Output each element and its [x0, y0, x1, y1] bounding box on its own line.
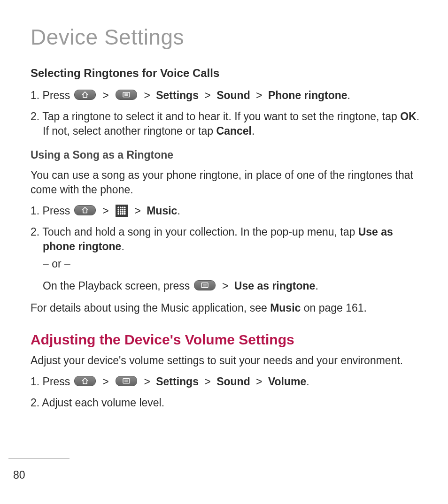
text: 1. Press — [31, 89, 73, 101]
nav-settings: Settings — [156, 375, 199, 388]
page-number: 80 — [13, 469, 25, 481]
label-use-as-ringtone: Use as ringtone — [234, 280, 316, 292]
text: 1. Press — [31, 375, 73, 388]
separator: > — [102, 375, 108, 388]
separator: > — [222, 280, 228, 292]
nav-music: Music — [147, 205, 177, 217]
text: . — [121, 240, 124, 252]
text: . — [348, 89, 350, 101]
text: 2. Tap a ringtone to select it and to he… — [31, 110, 400, 122]
text: 2. Touch and hold a song in your collect… — [31, 226, 358, 238]
section-title-ringtones: Selecting Ringtones for Voice Calls — [31, 67, 420, 80]
nav-volume: Volume — [268, 375, 306, 388]
paragraph-closing: For details about using the Music applic… — [31, 301, 420, 315]
subheading-song-ringtone: Using a Song as a Ringtone — [31, 149, 420, 161]
home-button-icon — [74, 205, 96, 215]
text: . — [315, 280, 318, 292]
separator: > — [102, 205, 108, 217]
separator: > — [134, 205, 140, 217]
text: . — [177, 205, 180, 217]
text: 1. Press — [31, 205, 73, 217]
step-1: 1. Press > > Music. — [31, 204, 420, 218]
menu-button-icon — [116, 376, 137, 386]
footer-rule — [8, 458, 70, 459]
steps-song-ringtone: 1. Press > > Music. 2. Touch and hold a … — [31, 204, 420, 293]
separator: > — [144, 89, 150, 101]
alt-instruction: On the Playback screen, press > Use as r… — [43, 279, 420, 293]
label-ok: OK — [400, 110, 417, 122]
text: . — [252, 125, 255, 137]
text: On the Playback screen, press — [43, 280, 193, 292]
label-cancel: Cancel — [216, 125, 252, 137]
steps-volume: 1. Press > > Settings > Sound > Volume. … — [31, 374, 420, 410]
step-2: 2. Adjust each volume level. — [31, 396, 420, 410]
separator: > — [256, 89, 262, 101]
separator: > — [102, 89, 108, 101]
xref-music: Music — [270, 302, 301, 314]
separator: > — [204, 89, 210, 101]
manual-page: Device Settings Selecting Ringtones for … — [0, 0, 448, 504]
step-2: 2. Touch and hold a song in your collect… — [31, 225, 420, 293]
nav-settings: Settings — [156, 89, 199, 101]
paragraph: You can use a song as your phone rington… — [31, 168, 420, 197]
menu-button-icon — [116, 90, 137, 100]
step-2: 2. Tap a ringtone to select it and to he… — [31, 109, 420, 138]
menu-button-icon — [194, 280, 216, 290]
home-button-icon — [74, 376, 96, 386]
separator: > — [144, 375, 150, 388]
text: on page 161. — [301, 302, 367, 314]
chapter-title: Device Settings — [31, 24, 420, 50]
separator: > — [204, 375, 210, 388]
nav-sound: Sound — [216, 89, 250, 101]
text: For details about using the Music applic… — [31, 302, 270, 314]
nav-phone-ringtone: Phone ringtone — [268, 89, 348, 101]
heading-volume-settings: Adjusting the Device's Volume Settings — [31, 332, 420, 348]
apps-grid-icon — [116, 205, 128, 217]
or-divider: – or – — [43, 257, 420, 271]
text: . — [306, 375, 309, 388]
step-1: 1. Press > > Settings > Sound > Volume. — [31, 374, 420, 389]
steps-ringtones: 1. Press > > Settings > Sound > Phone ri… — [31, 88, 420, 138]
nav-sound: Sound — [216, 375, 250, 388]
home-button-icon — [74, 90, 96, 100]
step-1: 1. Press > > Settings > Sound > Phone ri… — [31, 88, 420, 103]
separator: > — [256, 375, 262, 388]
paragraph: Adjust your device's volume settings to … — [31, 353, 420, 368]
